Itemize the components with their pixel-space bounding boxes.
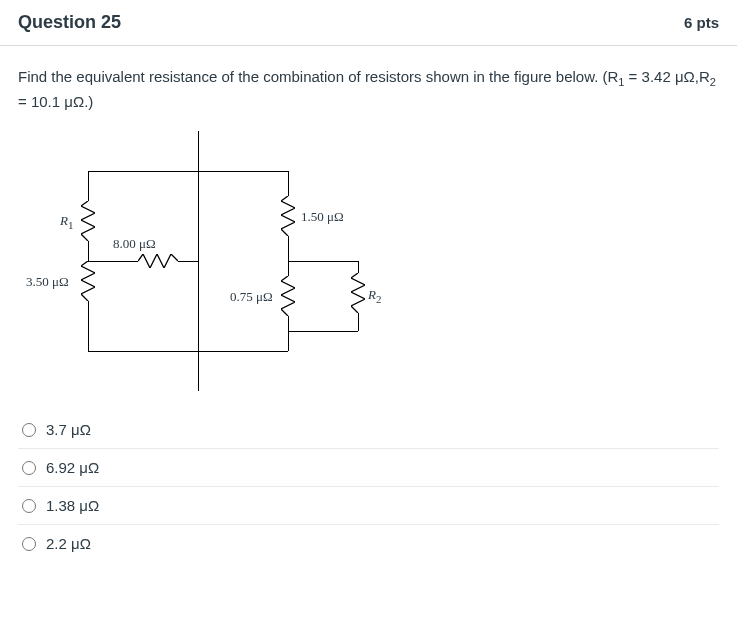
option-label[interactable]: 6.92 μΩ — [46, 459, 99, 476]
label-800: 8.00 μΩ — [113, 236, 156, 252]
question-prompt: Find the equivalent resistance of the co… — [18, 66, 719, 113]
label-075: 0.75 μΩ — [230, 289, 273, 305]
option-radio[interactable] — [22, 423, 36, 437]
option-label[interactable]: 2.2 μΩ — [46, 535, 91, 552]
question-title: Question 25 — [18, 12, 121, 33]
resistor-r1 — [81, 201, 95, 241]
option-row[interactable]: 6.92 μΩ — [18, 449, 719, 487]
option-label[interactable]: 1.38 μΩ — [46, 497, 99, 514]
resistor-350 — [81, 261, 95, 301]
question-header: Question 25 6 pts — [0, 0, 737, 46]
prompt-part: = 10.1 μΩ.) — [18, 93, 93, 110]
resistor-150 — [281, 196, 295, 236]
label-r1: R1 — [60, 213, 73, 231]
resistor-075 — [281, 276, 295, 316]
label-350: 3.50 μΩ — [26, 274, 69, 290]
resistor-800 — [138, 254, 178, 268]
prompt-part: Find the equivalent resistance of the co… — [18, 68, 618, 85]
option-label[interactable]: 3.7 μΩ — [46, 421, 91, 438]
question-points: 6 pts — [684, 14, 719, 31]
label-150: 1.50 μΩ — [301, 209, 344, 225]
option-radio[interactable] — [22, 461, 36, 475]
label-r2: R2 — [368, 287, 381, 305]
resistor-r2 — [351, 273, 365, 313]
option-radio[interactable] — [22, 499, 36, 513]
option-radio[interactable] — [22, 537, 36, 551]
option-row[interactable]: 1.38 μΩ — [18, 487, 719, 525]
question-body: Find the equivalent resistance of the co… — [0, 46, 737, 562]
option-row[interactable]: 2.2 μΩ — [18, 525, 719, 562]
prompt-part: = 3.42 μΩ,R — [624, 68, 709, 85]
prompt-sub: 2 — [710, 76, 716, 88]
circuit-figure: R1 3.50 μΩ 8.00 μΩ 0.75 μΩ 1.50 μΩ R2 — [18, 131, 388, 391]
option-row[interactable]: 3.7 μΩ — [18, 411, 719, 449]
answer-options: 3.7 μΩ 6.92 μΩ 1.38 μΩ 2.2 μΩ — [18, 411, 719, 562]
